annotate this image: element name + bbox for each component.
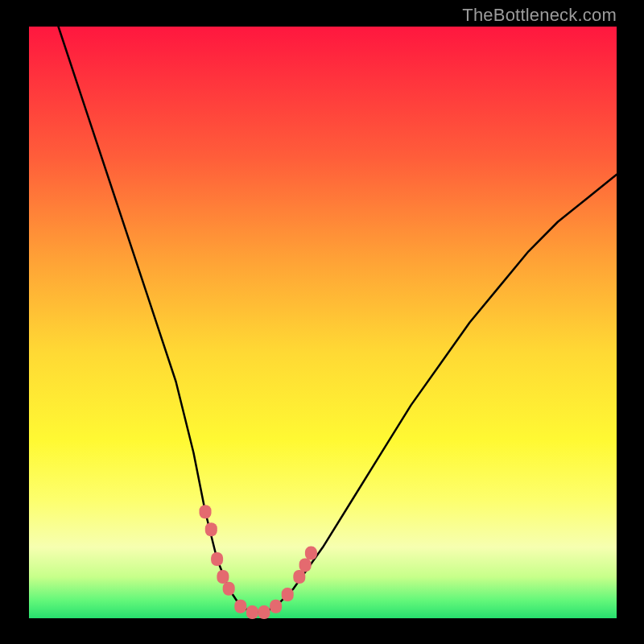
plot-area bbox=[29, 27, 617, 618]
watermark-text: TheBottleneck.com bbox=[462, 5, 617, 26]
chart-frame: TheBottleneck.com bbox=[0, 0, 644, 644]
